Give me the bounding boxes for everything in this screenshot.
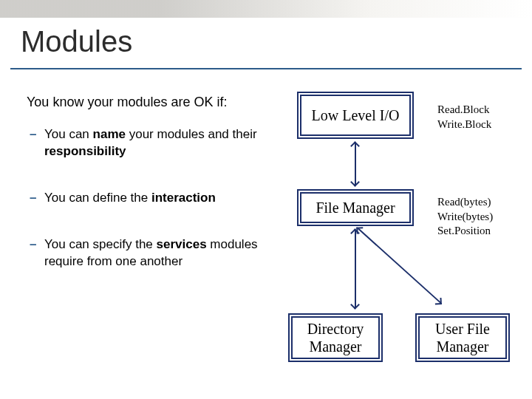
box-user-file-manager: User File Manager <box>418 316 507 359</box>
arrow-filemgr-dirmgr <box>355 231 356 307</box>
box-file-manager: File Manager <box>300 192 411 223</box>
left-column: You know your modules are OK if: You can… <box>27 95 278 300</box>
box-label: Low Level I/O <box>312 106 400 124</box>
bullet-text: You can specify the <box>44 237 157 251</box>
intro-text: You know your modules are OK if: <box>27 95 278 110</box>
arrow-lowlevel-filemgr <box>355 143 356 185</box>
box-low-level-io: Low Level I/O <box>300 95 411 136</box>
bullet-text: You can <box>44 127 93 141</box>
box-directory-manager: Directory Manager <box>291 316 380 359</box>
ops-file-manager: Read(bytes) Write(bytes) Set.Position <box>437 195 519 239</box>
bullet-item: You can define the interaction <box>27 190 278 207</box>
bullet-item: You can name your modules and their resp… <box>27 126 278 160</box>
decorative-band <box>0 0 532 18</box>
bullet-text: You can define the <box>44 191 151 205</box>
bullet-bold: interaction <box>151 191 216 205</box>
ops-low-level: Read.Block Write.Block <box>437 103 519 132</box>
module-diagram: Low Level I/O Read.Block Write.Block Fil… <box>281 92 525 387</box>
bullet-text: your modules and their <box>126 127 257 141</box>
slide-title: Modules <box>21 25 132 58</box>
box-label: Directory Manager <box>297 320 374 355</box>
bullet-bold: name <box>93 127 126 141</box>
arrow-filemgr-usermgr <box>358 228 441 304</box>
title-underline <box>10 68 522 69</box>
box-label: User File Manager <box>424 320 501 355</box>
bullet-bold: responsibility <box>44 144 126 158</box>
slide: Modules You know your modules are OK if:… <box>0 0 532 399</box>
bullet-bold: services <box>157 237 207 251</box>
box-label: File Manager <box>316 199 395 216</box>
bullet-list: You can name your modules and their resp… <box>27 126 278 270</box>
bullet-item: You can specify the services modules req… <box>27 236 278 270</box>
